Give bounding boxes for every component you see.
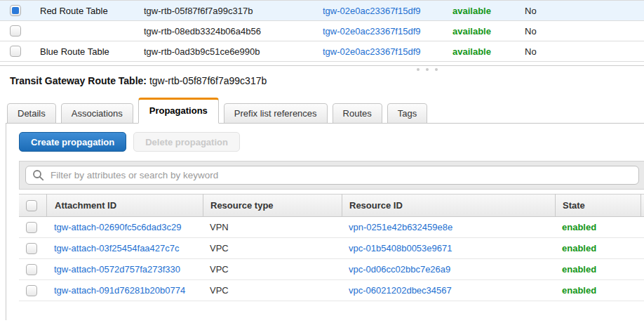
column-header-resource-id[interactable]: Resource ID	[342, 194, 555, 217]
transit-gateway-id-link[interactable]: tgw-02e0ac23367f15df9	[323, 46, 421, 57]
propagation-row[interactable]: tgw-attach-0572d757fa273f330 VPC vpc-0d0…	[19, 259, 644, 280]
route-table-id: tgw-rtb-0ad3b9c51ce6e990b	[144, 46, 323, 57]
propagations-panel: Create propagation Delete propagation At…	[6, 124, 644, 320]
resource-id-link[interactable]: vpc-01b5408b0053e9671	[349, 243, 452, 253]
row-checkbox-cell	[19, 285, 46, 296]
filter-toolbar	[19, 161, 644, 190]
tab[interactable]: Associations	[61, 103, 133, 124]
create-propagation-button[interactable]: Create propagation	[19, 132, 126, 152]
route-table-row[interactable]: tgw-rtb-08edb3324b06a4b56 tgw-02e0ac2336…	[0, 21, 644, 41]
filter-input[interactable]	[49, 169, 632, 181]
default-association-flag: No	[525, 26, 644, 37]
row-checkbox[interactable]	[10, 25, 21, 37]
route-table-id: tgw-rtb-08edb3324b06a4b56	[144, 26, 323, 37]
column-header-attachment-id[interactable]: Attachment ID	[46, 194, 203, 217]
search-icon	[32, 169, 44, 181]
drag-handle-icon[interactable]	[417, 68, 438, 71]
propagation-state: enabled	[562, 264, 596, 275]
select-all-cell	[19, 194, 46, 217]
column-header-spacer	[640, 194, 644, 217]
filter-search-box[interactable]	[25, 166, 639, 185]
row-checkbox[interactable]	[26, 264, 37, 275]
resource-type: VPN	[203, 222, 342, 232]
delete-propagation-button: Delete propagation	[133, 132, 240, 152]
row-checkbox-cell	[0, 5, 40, 16]
route-table-name: Blue Route Table	[40, 46, 144, 57]
tab[interactable]: Tags	[387, 103, 427, 124]
propagation-row[interactable]: tgw-attach-091d76281b20b0774 VPC vpc-060…	[19, 280, 644, 301]
propagations-table: Attachment ID Resource type Resource ID …	[19, 194, 644, 301]
detail-tabs: Details Associations Propagations Prefix…	[0, 98, 644, 124]
state-badge: available	[452, 6, 491, 16]
route-table-id: tgw-rtb-05f87f6f7a99c317b	[144, 6, 323, 16]
row-checkbox-cell	[19, 243, 46, 254]
row-checkbox-cell	[19, 222, 46, 233]
route-table-row[interactable]: Blue Route Table tgw-rtb-0ad3b9c51ce6e99…	[0, 41, 644, 62]
resource-id-link[interactable]: vpc-0d06cc02bbc7e26a9	[349, 264, 450, 275]
row-checkbox-cell	[19, 264, 46, 275]
attachment-id-link[interactable]: tgw-attach-03f25454faa427c7c	[54, 243, 180, 253]
attachment-id-link[interactable]: tgw-attach-02690fc5c6dad3c29	[54, 222, 181, 232]
state-badge: available	[452, 26, 491, 37]
checkbox-check-mark	[12, 7, 19, 14]
propagation-state: enabled	[562, 285, 596, 296]
row-checkbox[interactable]	[26, 243, 37, 254]
row-checkbox[interactable]	[26, 222, 37, 233]
transit-gateway-id-link[interactable]: tgw-02e0ac23367f15df9	[323, 6, 421, 16]
row-checkbox[interactable]	[10, 46, 21, 57]
propagation-state: enabled	[562, 222, 596, 232]
row-checkbox[interactable]	[10, 5, 21, 16]
default-association-flag: No	[525, 46, 644, 57]
tab[interactable]: Propagations	[138, 98, 219, 124]
detail-title-label: Transit Gateway Route Table:	[10, 75, 147, 86]
tab[interactable]: Routes	[333, 103, 382, 124]
resource-type: VPC	[203, 264, 342, 275]
resource-id-link[interactable]: vpc-06021202dbec34567	[349, 285, 452, 296]
route-table-name: Red Route Table	[40, 6, 144, 16]
action-button-row: Create propagation Delete propagation	[19, 132, 644, 152]
row-checkbox-cell	[0, 25, 40, 37]
propagation-row[interactable]: tgw-attach-03f25454faa427c7c VPC vpc-01b…	[19, 238, 644, 259]
propagations-table-header: Attachment ID Resource type Resource ID …	[19, 194, 644, 217]
propagation-state: enabled	[562, 243, 596, 253]
row-checkbox-cell	[0, 46, 40, 57]
detail-title-value: tgw-rtb-05f87f6f7a99c317b	[149, 75, 267, 86]
column-header-state[interactable]: State	[555, 194, 640, 217]
resource-id-link[interactable]: vpn-0251e42b632459e8e	[349, 222, 452, 232]
split-pane-divider[interactable]	[0, 65, 644, 74]
resource-type: VPC	[203, 243, 342, 253]
tab[interactable]: Prefix list references	[224, 103, 328, 124]
propagation-row[interactable]: tgw-attach-02690fc5c6dad3c29 VPN vpn-025…	[19, 217, 644, 238]
state-badge: available	[452, 46, 491, 57]
row-checkbox[interactable]	[26, 285, 37, 296]
tab[interactable]: Details	[7, 103, 56, 124]
detail-pane-title: Transit Gateway Route Table: tgw-rtb-05f…	[10, 75, 644, 86]
transit-gateway-id-link[interactable]: tgw-02e0ac23367f15df9	[323, 26, 421, 37]
resource-type: VPC	[203, 285, 342, 296]
attachment-id-link[interactable]: tgw-attach-0572d757fa273f330	[54, 264, 180, 275]
propagations-table-body: tgw-attach-02690fc5c6dad3c29 VPN vpn-025…	[19, 217, 644, 301]
attachment-id-link[interactable]: tgw-attach-091d76281b20b0774	[54, 285, 185, 296]
default-association-flag: No	[525, 6, 644, 16]
select-all-checkbox[interactable]	[26, 200, 37, 211]
column-header-resource-type[interactable]: Resource type	[203, 194, 342, 217]
route-table-list: Red Route Table tgw-rtb-05f87f6f7a99c317…	[0, 0, 644, 62]
route-table-row[interactable]: Red Route Table tgw-rtb-05f87f6f7a99c317…	[0, 1, 644, 21]
